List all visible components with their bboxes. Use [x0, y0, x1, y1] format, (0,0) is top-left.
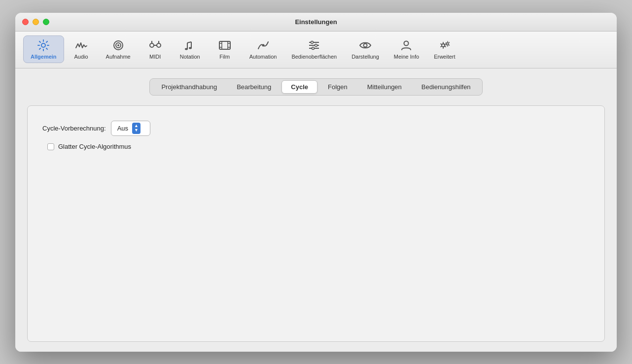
svg-point-4 [150, 43, 154, 47]
minimize-button[interactable] [33, 19, 39, 25]
cycle-vorberechnung-row: Cycle-Vorberechnung: Aus ▲ ▼ [42, 121, 590, 136]
automation-icon [257, 39, 270, 52]
midi-icon [149, 39, 162, 52]
smooth-cycle-checkbox[interactable] [47, 143, 54, 150]
toolbar-item-film[interactable]: Film [208, 35, 242, 63]
svg-point-12 [185, 48, 188, 50]
toolbar-label-automation: Automation [249, 54, 277, 60]
tab-bedienungshilfen[interactable]: Bedienungshilfen [412, 80, 480, 94]
toolbar-item-audio[interactable]: Audio [64, 35, 99, 63]
notation-icon [183, 39, 196, 52]
toolbar-label-notation: Notation [180, 54, 200, 60]
content-area: Projekthandhabung Bearbeitung Cycle Folg… [15, 68, 617, 352]
svg-point-21 [262, 44, 264, 46]
toolbar-label-erweitert: Erweitert [434, 54, 455, 60]
toolbar-label-audio: Audio [74, 54, 88, 60]
tab-folgen[interactable]: Folgen [318, 80, 357, 94]
toolbar: Allgemein Audio Aufnahme [15, 32, 617, 68]
toolbar-label-film: Film [219, 54, 230, 60]
toolbar-item-aufnahme[interactable]: Aufnahme [99, 35, 138, 63]
svg-point-25 [311, 41, 314, 43]
svg-point-29 [404, 41, 409, 45]
film-icon [218, 39, 231, 52]
maximize-button[interactable] [43, 19, 49, 25]
eye-icon [359, 39, 372, 52]
window-title: Einstellungen [295, 18, 337, 26]
toolbar-item-meine-info[interactable]: Meine Info [386, 35, 426, 63]
toolbar-item-notation[interactable]: Notation [173, 35, 208, 63]
svg-point-5 [157, 43, 161, 47]
record-icon [112, 39, 125, 52]
svg-line-10 [187, 42, 191, 43]
svg-point-28 [363, 43, 367, 47]
gear-icon [37, 39, 50, 52]
sliders-icon [308, 39, 320, 52]
toolbar-item-erweitert[interactable]: Erweitert [426, 35, 462, 63]
toolbar-label-meine-info: Meine Info [394, 54, 419, 60]
svg-point-3 [117, 44, 119, 46]
arrow-down-icon: ▼ [134, 128, 139, 133]
audio-icon [75, 39, 88, 52]
main-window: Einstellungen Allgemein Audio [15, 13, 617, 352]
toolbar-item-darstellung[interactable]: Darstellung [344, 35, 386, 63]
toolbar-label-allgemein: Allgemein [31, 54, 57, 60]
close-button[interactable] [22, 19, 29, 25]
toolbar-label-aufnahme: Aufnahme [106, 54, 131, 60]
cycle-dropdown-value: Aus [117, 125, 128, 132]
cycle-dropdown[interactable]: Aus ▲ ▼ [111, 121, 150, 136]
smooth-cycle-label: Glatter Cycle-Algorithmus [58, 143, 131, 150]
person-icon [400, 39, 413, 52]
traffic-lights [22, 19, 49, 25]
toolbar-label-midi: MIDI [149, 54, 161, 60]
svg-point-26 [315, 44, 317, 46]
toolbar-item-automation[interactable]: Automation [242, 35, 284, 63]
tab-cycle[interactable]: Cycle [281, 80, 317, 94]
settings-panel: Cycle-Vorberechnung: Aus ▲ ▼ Glatter Cyc… [27, 105, 605, 342]
dropdown-arrows-icon: ▲ ▼ [132, 123, 140, 134]
tab-bearbeitung[interactable]: Bearbeitung [227, 80, 281, 94]
toolbar-item-bedienoberflachen[interactable]: Bedienoberflächen [284, 35, 344, 63]
toolbar-label-darstellung: Darstellung [351, 54, 379, 60]
svg-point-27 [312, 47, 315, 49]
tab-mitteilungen[interactable]: Mitteilungen [358, 80, 411, 94]
toolbar-label-bedienoberflachen: Bedienoberflächen [291, 54, 337, 60]
tabs-bar: Projekthandhabung Bearbeitung Cycle Folg… [149, 78, 482, 96]
svg-point-13 [189, 47, 192, 49]
cycle-vorberechnung-label: Cycle-Vorberechnung: [42, 125, 106, 132]
smooth-cycle-row: Glatter Cycle-Algorithmus [47, 143, 590, 150]
svg-point-31 [447, 43, 449, 45]
svg-point-0 [41, 43, 45, 47]
gear2-icon [438, 39, 451, 52]
toolbar-item-midi[interactable]: MIDI [138, 35, 173, 63]
titlebar: Einstellungen [15, 13, 617, 32]
toolbar-item-allgemein[interactable]: Allgemein [23, 35, 64, 63]
svg-rect-14 [219, 41, 230, 49]
tab-projekthandhabung[interactable]: Projekthandhabung [152, 80, 226, 94]
